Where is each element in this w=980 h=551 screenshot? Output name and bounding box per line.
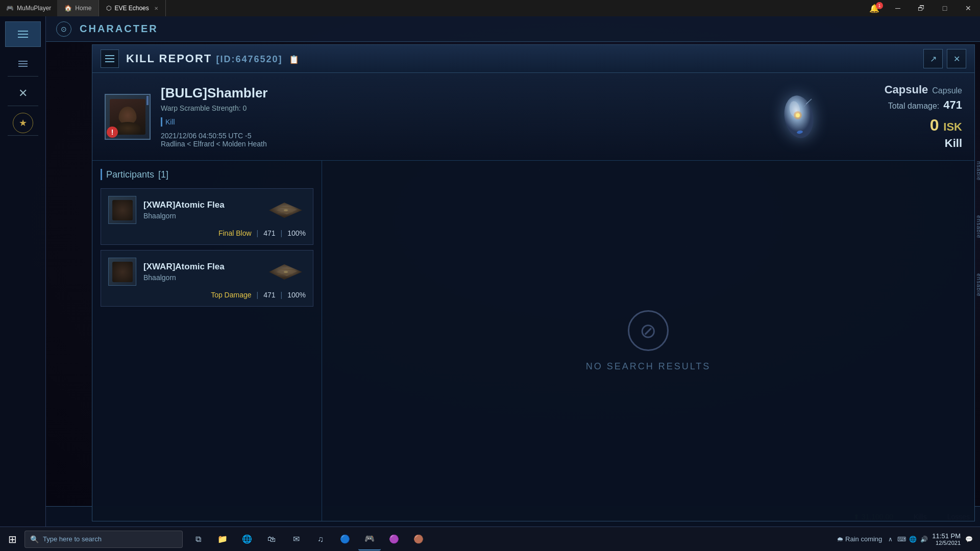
weather-text: Rain coming bbox=[845, 535, 882, 543]
tray-network[interactable]: 🌐 bbox=[908, 534, 918, 544]
store-btn[interactable]: 🛍 bbox=[260, 528, 283, 550]
start-btn[interactable]: ⊞ bbox=[0, 527, 24, 552]
app3-btn[interactable]: 🟤 bbox=[407, 528, 430, 550]
taskbar-search[interactable]: 🔍 Type here to search bbox=[24, 531, 183, 548]
victim-avatar: ! bbox=[105, 94, 151, 140]
sidebar-menu-btn[interactable] bbox=[5, 21, 41, 47]
no-results-panel: ⊘ NO SEARCH RESULTS bbox=[322, 161, 974, 521]
taskbar: ⊞ 🔍 Type here to search ⧉ 📁 🌐 🛍 ✉ ♫ 🔵 🎮 … bbox=[0, 527, 980, 551]
victim-info: [BULG]Shambler Warp Scramble Strength: 0… bbox=[161, 85, 738, 148]
mail-btn[interactable]: ✉ bbox=[285, 528, 307, 550]
participant-avatar-2 bbox=[108, 258, 136, 286]
panel-title: KILL REPORT [ID:6476520] 📋 bbox=[126, 52, 300, 65]
restore-btn[interactable]: 🗗 bbox=[910, 0, 933, 16]
participant-top-2: [XWAR]Atomic Flea Bhaalgorn bbox=[108, 258, 306, 286]
left-sidebar: ✕ ★ bbox=[0, 16, 46, 527]
app-label: 🎮 MuMuPlayer bbox=[0, 5, 57, 12]
participant-info-2: [XWAR]Atomic Flea Bhaalgorn bbox=[143, 262, 225, 282]
character-icon: ⊙ bbox=[56, 21, 71, 37]
tab-home-label: Home bbox=[75, 5, 91, 12]
window-controls: 🔔 1 ─ 🗗 □ ✕ bbox=[863, 0, 980, 16]
participants-header: Participants [1] bbox=[101, 169, 313, 180]
system-tray: ∧ ⌨ 🌐 🔊 bbox=[885, 534, 929, 544]
result-label: Kill bbox=[860, 137, 962, 150]
tab-close-btn[interactable]: ✕ bbox=[154, 6, 158, 11]
window-close-btn[interactable]: ✕ bbox=[957, 0, 980, 16]
weather-block: 🌧 Rain coming bbox=[837, 535, 882, 543]
svg-point-9 bbox=[284, 209, 288, 211]
ship-image bbox=[748, 86, 850, 147]
no-results-icon: ⊘ bbox=[628, 310, 669, 351]
participant-top-1: [XWAR]Atomic Flea Bhaalgorn bbox=[108, 196, 306, 224]
isk-label: ISK bbox=[943, 120, 962, 133]
kill-report-content: ! [BULG]Shambler Warp Scramble Strength:… bbox=[92, 73, 974, 521]
kill-location: Radlina < Elfrard < Molden Heath bbox=[161, 140, 738, 148]
participant-card-1[interactable]: [XWAR]Atomic Flea Bhaalgorn bbox=[101, 188, 313, 245]
sidebar-star-btn[interactable]: ★ bbox=[8, 110, 38, 136]
sidebar-x-btn[interactable]: ✕ bbox=[8, 81, 38, 106]
maximize-btn[interactable]: □ bbox=[933, 0, 957, 16]
minimize-btn[interactable]: ─ bbox=[886, 0, 910, 16]
svg-point-12 bbox=[284, 271, 288, 273]
panel-menu-btn[interactable] bbox=[101, 49, 119, 68]
ship-icon-2 bbox=[265, 260, 306, 283]
participant-ship-1: Bhaalgorn bbox=[143, 212, 225, 220]
stat-damage-2: 471 bbox=[263, 291, 275, 299]
kill-report-id: [ID:6476520] bbox=[216, 54, 282, 64]
stat-pct-2: 100% bbox=[287, 291, 306, 299]
participants-title: Participants bbox=[106, 169, 154, 180]
notification-badge: 1 bbox=[876, 2, 883, 9]
edge-btn[interactable]: 🌐 bbox=[236, 528, 258, 550]
damage-value: 471 bbox=[943, 98, 962, 112]
kill-report-panel: KILL REPORT [ID:6476520] 📋 ↗ ✕ ! bbox=[92, 44, 975, 521]
stat-damage-1: 471 bbox=[263, 229, 275, 237]
avatar-inner-2 bbox=[112, 262, 133, 282]
stat-pct-1: 100% bbox=[287, 229, 306, 237]
avatar-inner-1 bbox=[112, 200, 133, 220]
home-icon: 🏠 bbox=[64, 5, 72, 12]
browser2-btn[interactable]: 🔵 bbox=[334, 528, 356, 550]
ship-type-sub: Capsule bbox=[932, 86, 962, 95]
participant-name-2: [XWAR]Atomic Flea bbox=[143, 262, 225, 272]
tray-volume[interactable]: 🔊 bbox=[919, 534, 929, 544]
search-placeholder: Type here to search bbox=[43, 535, 102, 543]
app2-btn[interactable]: 🟣 bbox=[383, 528, 405, 550]
participants-section: Participants [1] [XWAR]Atomic Flea Bhaal… bbox=[92, 161, 974, 521]
rain-icon: 🌧 bbox=[837, 535, 843, 543]
stat-label-2: Top Damage bbox=[211, 291, 251, 299]
tab-home[interactable]: 🏠 Home bbox=[57, 0, 99, 16]
copy-id-icon[interactable]: 📋 bbox=[289, 55, 300, 64]
tab-eve-label: EVE Echoes bbox=[114, 5, 149, 12]
isk-value: 0 bbox=[930, 116, 939, 134]
task-view-btn[interactable]: ⧉ bbox=[187, 528, 209, 550]
participant-info-1: [XWAR]Atomic Flea Bhaalgorn bbox=[143, 200, 225, 220]
tray-expand[interactable]: ∧ bbox=[885, 534, 895, 544]
notification-center-btn[interactable]: 💬 bbox=[964, 534, 974, 544]
app-title: MuMuPlayer bbox=[17, 5, 51, 12]
participant-avatar-1 bbox=[108, 196, 136, 224]
game-area: ✕ ★ ⊙ CHARACTER KILL REPORT [ID:6476520]… bbox=[0, 16, 980, 527]
time-block: 11:51 PM 12/5/2021 bbox=[932, 532, 961, 546]
tray-kb[interactable]: ⌨ bbox=[896, 534, 906, 544]
share-btn[interactable]: ↗ bbox=[923, 49, 943, 68]
mumu-btn[interactable]: 🎮 bbox=[358, 528, 381, 550]
panel-header: KILL REPORT [ID:6476520] 📋 ↗ ✕ bbox=[92, 45, 974, 73]
participant-stats-2: Top Damage | 471 | 100% bbox=[108, 291, 306, 299]
ship-icon-1 bbox=[265, 198, 306, 221]
sidebar-menu-icon[interactable] bbox=[8, 51, 38, 77]
music-btn[interactable]: ♫ bbox=[309, 528, 332, 550]
warning-circle-icon: ⊘ bbox=[640, 319, 657, 342]
kill-label-row: Kill bbox=[161, 117, 175, 127]
kill-report-title: KILL REPORT bbox=[126, 52, 212, 65]
close-panel-btn[interactable]: ✕ bbox=[947, 49, 966, 68]
victim-section: ! [BULG]Shambler Warp Scramble Strength:… bbox=[92, 73, 974, 161]
svg-point-3 bbox=[796, 113, 800, 117]
isk-row: 0 ISK bbox=[860, 116, 962, 135]
file-explorer-btn[interactable]: 📁 bbox=[211, 528, 234, 550]
taskbar-date: 12/5/2021 bbox=[932, 540, 961, 546]
no-results-text: NO SEARCH RESULTS bbox=[586, 361, 711, 372]
tab-eve-echoes[interactable]: ⬡ EVE Echoes ✕ bbox=[99, 0, 165, 16]
kill-result: Capsule Capsule Total damage: 471 0 ISK … bbox=[860, 83, 962, 150]
tab-bar: 🏠 Home ⬡ EVE Echoes ✕ bbox=[57, 0, 165, 16]
participant-card-2[interactable]: [XWAR]Atomic Flea Bhaalgorn bbox=[101, 250, 313, 307]
